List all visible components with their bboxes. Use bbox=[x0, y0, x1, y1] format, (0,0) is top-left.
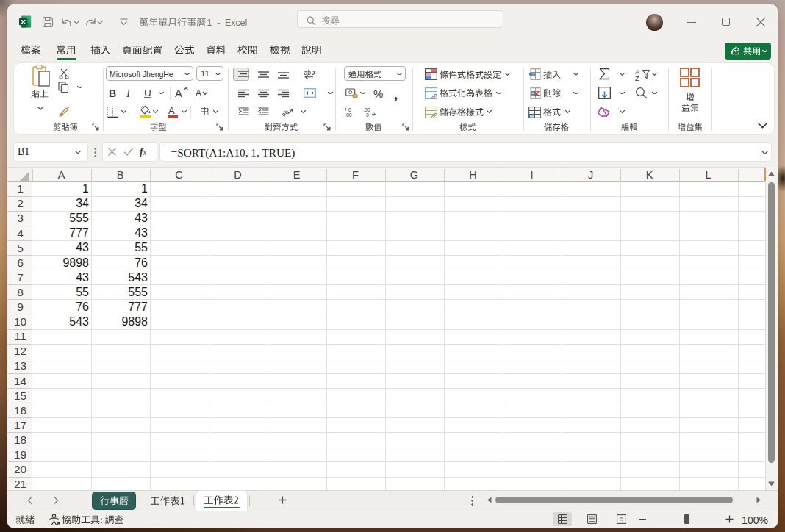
svg-text:Z: Z bbox=[635, 75, 639, 82]
svg-text:0: 0 bbox=[348, 107, 351, 112]
svg-text:0: 0 bbox=[366, 112, 369, 118]
svg-text:.00: .00 bbox=[345, 112, 352, 118]
svg-text:ab: ab bbox=[304, 69, 312, 76]
svg-text:.00: .00 bbox=[363, 107, 370, 112]
